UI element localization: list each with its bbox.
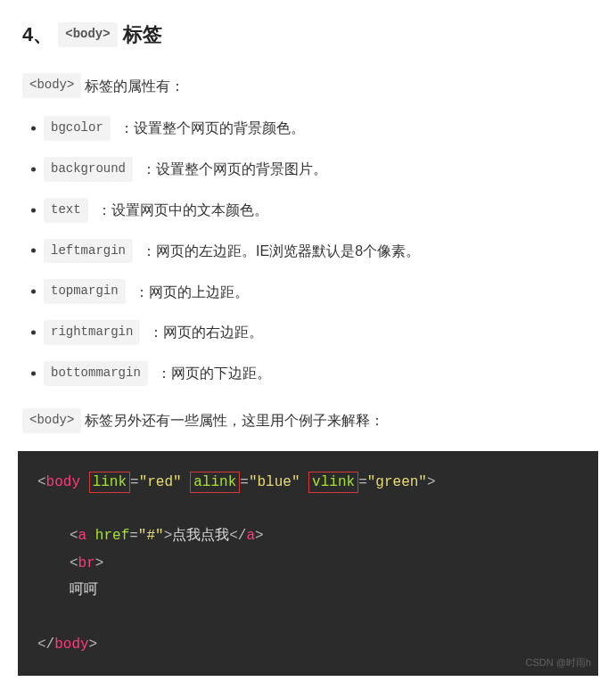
code-line	[37, 496, 579, 522]
attr-desc: ：设置网页中的文本颜色。	[97, 198, 268, 222]
attr-code: topmargin	[44, 279, 126, 304]
list-item: background ：设置整个网页的背景图片。	[31, 157, 594, 182]
code-line: <body link="red" alink="blue" vlink="gre…	[37, 469, 579, 496]
section-heading: 4、 <body> 标签	[22, 18, 594, 51]
list-item: bgcolor ：设置整个网页的背景颜色。	[31, 116, 594, 141]
attr-desc: ：网页的下边距。	[157, 361, 271, 385]
list-item: leftmargin ：网页的左边距。IE浏览器默认是8个像素。	[31, 239, 594, 264]
attr-desc: ：设置整个网页的背景颜色。	[119, 116, 305, 140]
attr-code: bgcolor	[44, 116, 111, 141]
intro-paragraph: <body> 标签的属性有：	[22, 73, 594, 98]
attr-code: leftmargin	[44, 239, 133, 264]
outro-code: <body>	[22, 408, 81, 433]
outro-text: 标签另外还有一些属性，这里用个例子来解释：	[85, 408, 384, 432]
list-item: text ：设置网页中的文本颜色。	[31, 198, 594, 223]
attr-desc: ：网页的左边距。IE浏览器默认是8个像素。	[142, 239, 420, 263]
intro-text: 标签的属性有：	[85, 74, 185, 98]
attr-desc: ：设置整个网页的背景图片。	[142, 157, 327, 181]
list-item: bottommargin ：网页的下边距。	[31, 361, 594, 386]
outro-paragraph: <body> 标签另外还有一些属性，这里用个例子来解释：	[22, 408, 594, 433]
attr-code: text	[44, 198, 88, 223]
intro-code: <body>	[22, 73, 81, 98]
code-line: </body>	[37, 631, 579, 658]
heading-number: 4、	[22, 18, 53, 51]
heading-code: <body>	[58, 22, 117, 47]
list-item: rightmargin ：网页的右边距。	[31, 320, 594, 345]
watermark-text: CSDN @时雨h	[525, 653, 591, 672]
attr-code: bottommargin	[44, 361, 148, 386]
code-example-block: <body link="red" alink="blue" vlink="gre…	[18, 451, 598, 677]
code-line	[37, 604, 579, 631]
attr-code: background	[44, 157, 133, 182]
attr-code: rightmargin	[44, 320, 140, 345]
attr-desc: ：网页的上边距。	[135, 280, 249, 304]
code-line: 呵呵	[37, 577, 579, 604]
code-line: <br>	[37, 550, 579, 577]
code-line: <a href="#">点我点我</a>	[37, 522, 579, 549]
attribute-list: bgcolor ：设置整个网页的背景颜色。 background ：设置整个网页…	[22, 116, 594, 386]
heading-title: 标签	[123, 18, 162, 51]
list-item: topmargin ：网页的上边距。	[31, 279, 594, 304]
attr-desc: ：网页的右边距。	[149, 320, 263, 344]
